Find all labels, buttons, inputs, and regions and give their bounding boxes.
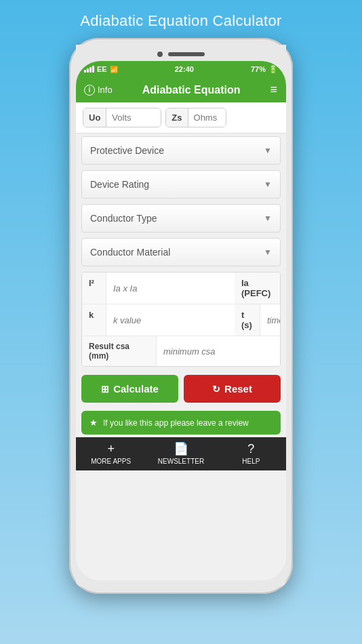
voltage-input-group: Uo [83, 108, 161, 127]
conductor-type-label: Conductor Type [90, 213, 157, 224]
status-left: EE 📶 [84, 65, 118, 73]
calculate-label: Calculate [113, 383, 159, 395]
reset-button[interactable]: ↻ Reset [184, 375, 281, 403]
newsletter-icon: 📄 [174, 441, 188, 456]
protective-device-label: Protective Device [90, 145, 164, 156]
reset-label: Reset [224, 383, 252, 395]
voltage-label: Uo [83, 108, 106, 127]
conductor-material-label: Conductor Material [90, 247, 170, 258]
reset-icon: ↻ [212, 384, 220, 395]
calc-row-3: Result csa (mm) [82, 336, 280, 366]
device-rating-arrow-icon: ▼ [264, 180, 272, 189]
phone-top-bar [76, 45, 286, 61]
calc-row-2: k t (s) [82, 304, 280, 336]
phone-bottom-bar [76, 580, 286, 587]
battery-icon: 🔋 [268, 65, 278, 74]
info-button[interactable]: i Info [84, 85, 113, 96]
help-icon: ? [247, 442, 254, 456]
action-buttons: ⊞ Calculate ↻ Reset [76, 369, 286, 408]
clock: 22:40 [175, 65, 194, 73]
tab-help[interactable]: ? HELP [216, 442, 286, 465]
nav-bar: i Info Adiabatic Equation ≡ [76, 77, 286, 102]
nav-title: Adiabatic Equation [142, 84, 241, 96]
ia-pefc-label: Ia (PEFC) [235, 273, 281, 304]
status-bar: EE 📶 22:40 77% 🔋 [76, 61, 286, 77]
k-label: k [82, 304, 106, 336]
status-right: 77% 🔋 [251, 65, 278, 74]
minimum-csa-input[interactable] [157, 336, 281, 366]
help-label: HELP [242, 458, 260, 465]
more-apps-icon: + [107, 442, 115, 456]
voltage-impedance-row: Uo Zs [76, 102, 286, 134]
voltage-input[interactable] [106, 108, 161, 127]
review-text: If you like this app please leave a revi… [103, 418, 249, 428]
calculate-button[interactable]: ⊞ Calculate [81, 375, 178, 403]
wifi-icon: 📶 [110, 66, 118, 73]
carrier-label: EE [97, 65, 107, 73]
battery-level: 77% [251, 65, 266, 73]
impedance-input[interactable] [188, 108, 226, 127]
calc-row-1: I² Ia (PEFC) [82, 273, 280, 304]
calculate-icon: ⊞ [101, 384, 109, 395]
protective-device-arrow-icon: ▼ [264, 146, 272, 155]
info-label: Info [98, 85, 113, 95]
result-csa-label: Result csa (mm) [82, 336, 157, 366]
impedance-input-group: Zs [165, 108, 226, 127]
menu-icon[interactable]: ≡ [270, 83, 278, 97]
protective-device-dropdown[interactable]: Protective Device ▼ [81, 136, 281, 165]
star-icon: ★ [89, 418, 98, 428]
k-value-input[interactable] [106, 304, 235, 336]
newsletter-label: NEWSLETTER [158, 458, 204, 465]
page-title: Adiabatic Equation Calculator [80, 12, 281, 30]
phone-shell: EE 📶 22:40 77% 🔋 i Info Adiabatic Equati… [69, 38, 293, 594]
camera-icon [157, 52, 163, 57]
content-area: Uo Zs Protective Device ▼ Device Rating … [76, 102, 286, 580]
calculation-grid: I² Ia (PEFC) k t (s) Result csa (mm) [81, 272, 281, 367]
conductor-type-dropdown[interactable]: Conductor Type ▼ [81, 204, 281, 233]
i-squared-label: I² [82, 273, 106, 304]
signal-icon [84, 66, 94, 73]
speaker-bar [168, 52, 205, 56]
time-input[interactable] [260, 304, 281, 336]
review-banner[interactable]: ★ If you like this app please leave a re… [81, 411, 281, 435]
tab-newsletter[interactable]: 📄 NEWSLETTER [146, 441, 216, 465]
impedance-label: Zs [166, 108, 188, 127]
phone-screen: EE 📶 22:40 77% 🔋 i Info Adiabatic Equati… [76, 61, 286, 580]
t-label: t (s) [235, 304, 260, 336]
ia-x-ia-input[interactable] [106, 273, 235, 304]
device-rating-dropdown[interactable]: Device Rating ▼ [81, 170, 281, 199]
device-rating-label: Device Rating [90, 179, 149, 190]
conductor-material-dropdown[interactable]: Conductor Material ▼ [81, 238, 281, 266]
more-apps-label: MORE APPS [91, 458, 131, 465]
conductor-type-arrow-icon: ▼ [264, 214, 272, 223]
conductor-material-arrow-icon: ▼ [264, 247, 272, 257]
tab-bar: + MORE APPS 📄 NEWSLETTER ? HELP [76, 437, 286, 470]
tab-more-apps[interactable]: + MORE APPS [76, 442, 146, 465]
info-icon: i [84, 85, 95, 96]
